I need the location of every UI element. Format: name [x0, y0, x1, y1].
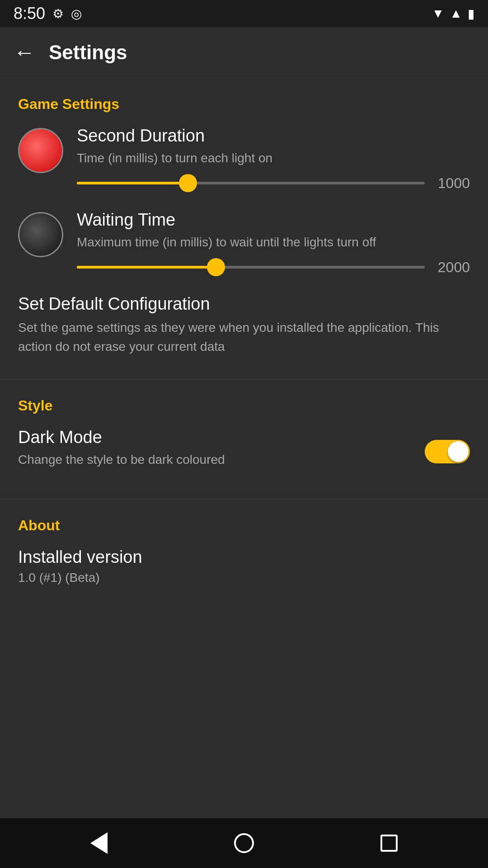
waiting-time-item: Waiting Time Maximum time (in millis) to…: [18, 210, 470, 276]
waiting-time-desc: Maximum time (in millis) to wait until t…: [77, 233, 470, 251]
dark-mode-desc: Change the style to be dark coloured: [18, 451, 425, 468]
status-time: 8:50: [14, 4, 45, 23]
nav-home-button[interactable]: [234, 833, 254, 853]
style-header: Style: [18, 397, 470, 414]
game-settings-header: Game Settings: [18, 96, 470, 113]
toggle-knob: [448, 441, 469, 462]
second-duration-item: Second Duration Time (in millis) to turn…: [18, 126, 470, 192]
signal-icon: ▲: [450, 6, 462, 21]
nav-bar: [0, 818, 488, 868]
waiting-time-title: Waiting Time: [77, 210, 470, 230]
dark-mode-item: Dark Mode Change the style to be dark co…: [18, 428, 470, 476]
second-duration-value: 1000: [434, 175, 470, 192]
settings-icon: ⚙: [52, 6, 64, 21]
nav-back-button[interactable]: [90, 832, 108, 854]
at-icon: ◎: [71, 6, 82, 21]
about-section: About Installed version 1.0 (#1) (Beta): [0, 499, 488, 608]
about-header: About: [18, 517, 470, 534]
dark-mode-title: Dark Mode: [18, 428, 425, 447]
waiting-time-slider-thumb[interactable]: [207, 258, 225, 276]
nav-recents-button[interactable]: [380, 835, 398, 852]
second-duration-icon: [18, 128, 63, 173]
installed-version-value: 1.0 (#1) (Beta): [18, 571, 470, 585]
second-duration-text: Second Duration Time (in millis) to turn…: [77, 126, 470, 192]
set-default-config-item[interactable]: Set Default Configuration Set the game s…: [18, 294, 470, 356]
waiting-time-slider-container: [77, 258, 425, 276]
nav-home-icon: [234, 833, 254, 853]
status-right: ▼ ▲ ▮: [432, 6, 474, 21]
game-settings-section: Game Settings Second Duration Time (in m…: [0, 78, 488, 379]
wifi-icon: ▼: [432, 6, 445, 21]
waiting-time-value: 2000: [434, 259, 470, 276]
second-duration-slider-row: 1000: [77, 174, 470, 192]
second-duration-slider-thumb[interactable]: [179, 174, 197, 192]
second-duration-desc: Time (in millis) to turn each light on: [77, 149, 470, 167]
app-bar: ← Settings: [0, 27, 488, 78]
battery-icon: ▮: [468, 6, 474, 21]
app-bar-title: Settings: [49, 41, 127, 64]
status-bar: 8:50 ⚙ ◎ ▼ ▲ ▮: [0, 0, 488, 27]
installed-version-item: Installed version 1.0 (#1) (Beta): [18, 547, 470, 585]
dark-mode-toggle[interactable]: [425, 440, 470, 463]
back-arrow-icon: ←: [14, 40, 35, 65]
installed-version-title: Installed version: [18, 547, 470, 567]
second-duration-slider-track: [77, 182, 425, 184]
status-left: 8:50 ⚙ ◎: [14, 4, 82, 23]
second-duration-slider-container: [77, 174, 425, 192]
waiting-time-text: Waiting Time Maximum time (in millis) to…: [77, 210, 470, 276]
set-default-config-title: Set Default Configuration: [18, 294, 470, 314]
waiting-time-slider-track: [77, 266, 425, 269]
waiting-time-icon: [18, 212, 63, 257]
dark-mode-text: Dark Mode Change the style to be dark co…: [18, 428, 425, 476]
style-section: Style Dark Mode Change the style to be d…: [0, 379, 488, 498]
nav-back-icon: [90, 832, 108, 854]
waiting-time-slider-fill: [77, 266, 216, 269]
set-default-config-desc: Set the game settings as they were when …: [18, 318, 470, 356]
back-button[interactable]: ←: [14, 40, 35, 65]
waiting-time-slider-row: 2000: [77, 258, 470, 276]
content: Game Settings Second Duration Time (in m…: [0, 78, 488, 818]
second-duration-title: Second Duration: [77, 126, 470, 146]
second-duration-slider-fill: [77, 182, 188, 184]
nav-recents-icon: [380, 835, 398, 852]
